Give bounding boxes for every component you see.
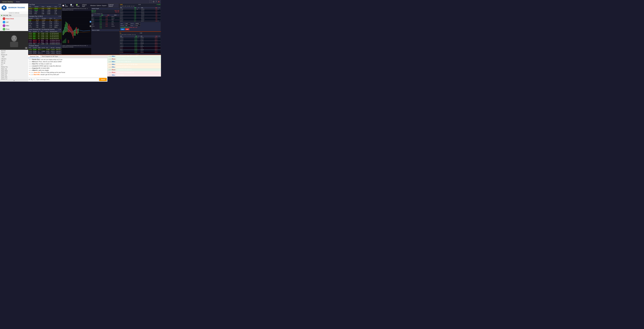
scroll-down-arrow[interactable]: ▼ <box>0 79 28 82</box>
sell-button-cur[interactable]: Sell <box>125 28 129 30</box>
contact-adam-jac[interactable]: Adam Jac <box>0 68 28 70</box>
chart-tools-btn[interactable]: 🔧 Tools <box>65 4 70 7</box>
table-row[interactable]: 10:56ETRM88.5513.6M1,166.4Para Up <box>28 54 62 55</box>
gear-icon[interactable]: ⚙ <box>153 1 154 3</box>
chart-trade-btn[interactable]: 💹 Trade <box>76 4 81 7</box>
reversal-controls[interactable]: □ ✕ <box>58 29 61 30</box>
buy-button-cur[interactable]: Buy <box>120 28 125 30</box>
table-row[interactable]: CNC5.23425K6.301,461.7 <box>28 21 62 23</box>
chat-msg-2: 12:26 Marcus Z: Ross, what do you think … <box>29 61 107 63</box>
table-row[interactable]: 10:48AHPI2.273.05M12K <box>28 11 62 13</box>
contact-321go[interactable]: 321 go <box>0 62 28 64</box>
contact-par[interactable]: . PAR <box>0 56 28 58</box>
table-row[interactable]: 11:45TSO-81.45M1.98V5 Bottom Bounce <box>28 43 62 45</box>
chart-chart-btn[interactable]: 📊 Chart <box>70 4 76 7</box>
table-row[interactable]: GLUU2.25135M1.241,171.3 <box>28 23 62 25</box>
tab-screen-sharing[interactable]: Screen Sharing <box>1 1 14 3</box>
parabolic-scanner: Parabolic Moves Time Symbol 5Min Currnt … <box>28 45 62 55</box>
chat-tabs[interactable]: General Chat Tech Support & Off Topic <box>28 55 107 58</box>
close-icon[interactable]: ✕ <box>158 1 160 3</box>
moderator-jeff[interactable]: J Jeff <box>0 21 28 24</box>
table-row: EDGA4.77 NSDQ1.48 <box>120 19 160 20</box>
table-row[interactable]: 11:55DDD855.50M6.09V8 Top Reversal <box>28 34 62 36</box>
table-row[interactable]: 11:00ETRM-94.50M29.634,013.1Para Up <box>28 51 62 52</box>
chart-search-input[interactable]: External Search <box>108 4 119 7</box>
order-price-input[interactable] <box>135 25 140 27</box>
table-row: BATS4.63 ARCA1.46 <box>120 16 160 17</box>
table-row[interactable]: 10:58ETRM97.5616.9M1,296.0Para Up <box>28 52 62 54</box>
scanners-panel: Low Float □ ✕ Time Symbol Price Flt (Shr… <box>28 4 62 55</box>
send-button[interactable]: Send <box>99 78 107 81</box>
order-type-input[interactable] <box>125 23 130 25</box>
table-row[interactable]: 11:17RAVE2.627.26M2.0K <box>28 10 62 11</box>
avatar-news-desk: N <box>3 17 5 20</box>
chart-toolbar[interactable]: 📈 🔧 Tools 📊 Chart 💹 Trade eSignal Apps W… <box>62 4 120 8</box>
chart-support-btn[interactable]: Support <box>102 5 106 6</box>
ll-hi: Hi 35.90 <box>127 34 131 35</box>
chat-input[interactable] <box>35 78 98 81</box>
chat-tab-tech[interactable]: Tech Support & Off Topic <box>40 55 60 58</box>
chat-settings-icon[interactable]: ⚙ <box>29 79 30 81</box>
order-shares-input[interactable] <box>125 25 130 27</box>
contact-188gu[interactable]: 188 Gu <box>0 60 28 62</box>
table-row[interactable]: 11:55DDD844.53M6.09V8 Top Reversal <box>28 36 62 38</box>
chat-image-icon[interactable]: □ <box>33 79 34 80</box>
table-row[interactable]: 11:17RAVE2.627.26M2.2K <box>28 8 62 10</box>
svg-point-6 <box>15 38 16 39</box>
contact-adrian-fyf[interactable]: Adrian Fyf <box>0 78 28 79</box>
chat-msg-5: 12:26 Augustus B: lol indeed @bh <box>29 67 107 69</box>
moderator-mike[interactable]: M Mike <box>0 24 28 27</box>
chart-new-btn[interactable]: 📈 <box>62 5 64 6</box>
table-row[interactable]: 11:55DDD848.35M6.59V8 Top Reversal <box>28 38 62 40</box>
contact-adam-vai[interactable]: Adam Vai <box>0 74 28 76</box>
window-tabs[interactable]: Screen Sharing Notes <box>1 1 21 3</box>
svg-rect-4 <box>10 42 18 47</box>
help-icon[interactable]: ? <box>156 1 157 3</box>
table-row: EDGX35.34 NYSE35.42 <box>120 40 160 41</box>
moderator-news-desk[interactable]: N News Desk <box>0 17 28 21</box>
chart-windows-btn[interactable]: Windows <box>90 5 96 6</box>
chart-options-btn[interactable]: Options <box>96 5 101 6</box>
low-change-info: Low 4.80 Change 0.55 <box>91 13 120 14</box>
window-bar: Screen Sharing Notes ⛶ ⚙ ? ✕ <box>0 0 161 4</box>
table-row[interactable]: 11:55DDD855.50M6.09V5 Top Reversal <box>28 33 62 34</box>
contact-arsh-w[interactable]: Arsh W <box>0 50 28 52</box>
market-depth-table: MM Bid Ask MM2 UU 5.21 5.28 BATS <box>91 14 120 29</box>
table-row[interactable]: 10:43PTX3.684.33M2.4K <box>28 13 62 15</box>
chat-tab-general[interactable]: General Chat <box>28 55 40 58</box>
webcam-settings-btn[interactable]: ⚙ <box>25 47 28 49</box>
table-row[interactable]: 11:60MDCO-11603K1.85V5 Bottom Bounce <box>28 41 62 43</box>
swing-tip-controls[interactable]: □ ✕ <box>58 16 61 17</box>
svg-rect-34 <box>64 41 64 43</box>
col-price: Price <box>41 6 46 8</box>
contact-av[interactable]: A V <box>0 64 28 66</box>
tab-notes[interactable]: Notes <box>15 1 21 3</box>
table-row[interactable]: VKTX1.40241K2.15858.8 <box>28 26 62 28</box>
table-row[interactable]: AAU1.04169K1.131,026.5 <box>28 25 62 26</box>
contact-adam-mce[interactable]: Adam McE <box>0 70 28 72</box>
contact-roberto-b[interactable]: Roberto B <box>0 54 28 56</box>
ticker-cur: CUR <box>120 4 122 5</box>
logo-area: WARRIOR TRADING <box>0 4 28 12</box>
table-row[interactable]: 11:00ETRM97.8716.8M1,243.0Para Up <box>28 49 62 51</box>
table-row[interactable]: 11:60MDCO-11603K1.85V5 Bottom Bounce <box>28 40 62 41</box>
table-row: EDGA35.26 EDGX35.45 <box>120 52 160 53</box>
chart-esignal-btn[interactable]: eSignal Apps <box>82 4 90 7</box>
webcam-controls[interactable]: ⚙ <box>25 47 28 49</box>
chat-msg-4: 12:26 Lincoln H: APHB might be in play t… <box>29 65 107 67</box>
order-venue-input[interactable] <box>135 23 140 25</box>
fullscreen-icon[interactable]: ⛶ <box>150 1 152 3</box>
chat-search-icon[interactable]: 🔍 <box>31 79 32 81</box>
window-controls[interactable]: ⛶ ⚙ ? ✕ <box>150 1 160 3</box>
low-float-controls[interactable]: □ ✕ <box>58 4 61 5</box>
contact-josh-v[interactable]: Josh V <box>0 52 28 54</box>
table-row[interactable]: 10:36SCON1.272.39M2.9K <box>28 15 62 15</box>
contact-adam-sad[interactable]: Adam Sad <box>0 72 28 74</box>
table-row: BATS4.44 ARCA1.43 <box>120 10 160 12</box>
contact-abdoul[interactable]: Abdoul Tou <box>0 66 28 68</box>
cur-change: +4.08% <box>156 4 160 5</box>
contact-adam-wel[interactable]: Adam Wel <box>0 76 28 78</box>
table-row[interactable]: DDD16.575.64M131,241.7 <box>28 19 62 21</box>
moderator-ross[interactable]: R Ross <box>0 27 28 31</box>
contact-buxed[interactable]: | Buxed | <box>0 58 28 60</box>
